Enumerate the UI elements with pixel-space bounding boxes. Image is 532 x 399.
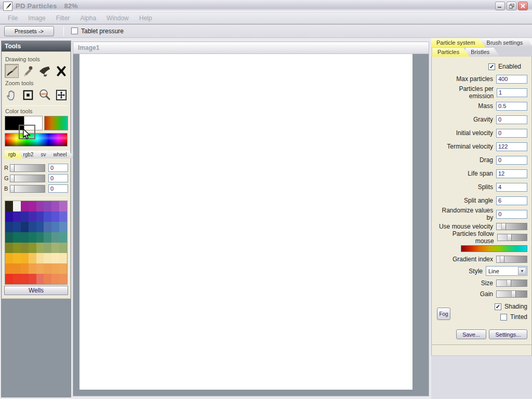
tinted-checkbox[interactable] xyxy=(500,314,507,321)
zoom-100-icon[interactable]: 100% xyxy=(38,88,52,102)
palette-swatch[interactable] xyxy=(5,201,13,211)
randomize-values-by-input[interactable]: 0 xyxy=(496,210,527,219)
palette-swatch[interactable] xyxy=(13,243,21,253)
tab-particles[interactable]: Particles xyxy=(432,48,470,57)
palette-swatch[interactable] xyxy=(36,243,44,253)
tab-brush-settings[interactable]: Brush settings xyxy=(482,38,532,47)
palette-swatch[interactable] xyxy=(59,232,67,243)
tab-bristles[interactable]: Bristles xyxy=(466,48,500,57)
image-window-title[interactable]: Image1 xyxy=(73,42,429,54)
r-slider-thumb[interactable] xyxy=(10,165,15,171)
palette-swatch[interactable] xyxy=(44,263,51,274)
eraser-icon[interactable] xyxy=(38,64,52,78)
b-slider[interactable] xyxy=(10,185,45,193)
palette-swatch[interactable] xyxy=(36,263,44,274)
enabled-checkbox[interactable]: ✓ xyxy=(488,63,495,70)
palette-swatch[interactable] xyxy=(36,253,44,263)
palette-swatch[interactable] xyxy=(59,274,67,284)
palette-swatch[interactable] xyxy=(36,201,44,211)
brush-icon[interactable] xyxy=(5,64,19,78)
palette-swatch[interactable] xyxy=(29,243,36,253)
palette-swatch[interactable] xyxy=(36,232,44,243)
palette-swatch[interactable] xyxy=(59,222,67,232)
palette-swatch[interactable] xyxy=(21,253,29,263)
palette-swatch[interactable] xyxy=(51,201,59,211)
pencil-icon[interactable] xyxy=(21,64,35,78)
menu-item-image[interactable]: Image xyxy=(23,13,50,23)
menu-item-file[interactable]: File xyxy=(3,13,22,23)
palette-swatch[interactable] xyxy=(44,222,51,232)
palette-swatch[interactable] xyxy=(29,253,36,263)
canvas-surface[interactable] xyxy=(79,54,413,390)
mass-input[interactable]: 0.5 xyxy=(496,102,527,111)
palette-swatch[interactable] xyxy=(21,201,29,211)
split-angle-input[interactable]: 6 xyxy=(496,196,527,205)
menu-item-window[interactable]: Window xyxy=(102,13,134,23)
life-span-input[interactable]: 12 xyxy=(496,169,527,178)
palette-swatch[interactable] xyxy=(59,201,67,211)
color-tab-rgb2[interactable]: rgb2 xyxy=(19,151,40,158)
palette-swatch[interactable] xyxy=(44,274,51,284)
palette-swatch[interactable] xyxy=(36,274,44,284)
palette-swatch[interactable] xyxy=(21,222,29,232)
palette-swatch[interactable] xyxy=(29,222,36,232)
palette-swatch[interactable] xyxy=(59,253,67,263)
palette-swatch[interactable] xyxy=(51,222,59,232)
chevron-down-icon[interactable]: ▼ xyxy=(518,267,526,275)
palette-swatch[interactable] xyxy=(51,211,59,222)
palette-swatch[interactable] xyxy=(36,211,44,222)
palette-swatch[interactable] xyxy=(29,263,36,274)
color-tab-wheel[interactable]: wheel xyxy=(49,151,73,158)
gain-slider[interactable] xyxy=(496,290,527,298)
delete-icon[interactable] xyxy=(54,64,68,78)
palette-swatch[interactable] xyxy=(51,253,59,263)
menu-item-filter[interactable]: Filter xyxy=(51,13,75,23)
splits-input[interactable]: 4 xyxy=(496,183,527,192)
particles-per-emission-input[interactable]: 1 xyxy=(497,88,527,97)
palette-swatch[interactable] xyxy=(51,274,59,284)
palette-swatch[interactable] xyxy=(29,232,36,243)
g-slider[interactable] xyxy=(10,175,45,182)
palette-swatch[interactable] xyxy=(51,232,59,243)
palette-swatch[interactable] xyxy=(59,263,67,274)
palette-swatch[interactable] xyxy=(5,232,13,243)
fit-view-icon[interactable] xyxy=(21,88,35,102)
palette-swatch[interactable] xyxy=(21,263,29,274)
palette-swatch[interactable] xyxy=(29,211,36,222)
palette-swatch[interactable] xyxy=(29,274,36,284)
close-button[interactable] xyxy=(518,2,528,10)
drag-input[interactable]: 0 xyxy=(496,156,527,165)
initial-velocity-input[interactable]: 0 xyxy=(496,129,527,138)
use-mouse-velocity-thumb[interactable] xyxy=(501,223,506,230)
palette-swatch[interactable] xyxy=(44,243,51,253)
r-value[interactable]: 0 xyxy=(48,164,68,172)
palette-swatch[interactable] xyxy=(29,201,36,211)
palette-swatch[interactable] xyxy=(13,232,21,243)
color-spectrum-picker[interactable] xyxy=(5,133,68,147)
palette-swatch[interactable] xyxy=(44,232,51,243)
minimize-button[interactable] xyxy=(495,2,505,10)
palette-swatch[interactable] xyxy=(44,201,51,211)
palette-swatch[interactable] xyxy=(13,222,21,232)
palette-swatch[interactable] xyxy=(44,211,51,222)
save-button[interactable]: Save... xyxy=(456,329,486,339)
particles-follow-mouse-slider[interactable] xyxy=(497,234,527,241)
palette-swatch[interactable] xyxy=(13,274,21,284)
particle-gradient-bar[interactable] xyxy=(461,245,527,252)
g-slider-thumb[interactable] xyxy=(10,175,15,182)
shading-checkbox[interactable]: ✓ xyxy=(495,303,501,310)
palette-swatch[interactable] xyxy=(5,253,13,263)
palette-swatch[interactable] xyxy=(5,211,13,222)
size-slider[interactable] xyxy=(496,280,527,287)
r-slider[interactable] xyxy=(10,164,45,172)
palette-swatch[interactable] xyxy=(5,243,13,253)
terminal-velocity-input[interactable]: 122 xyxy=(496,142,527,151)
settings-button[interactable]: Settings... xyxy=(489,329,527,339)
palette-swatch[interactable] xyxy=(5,274,13,284)
gradient-color-swatch[interactable] xyxy=(44,116,68,130)
hand-icon[interactable] xyxy=(5,88,19,102)
style-dropdown[interactable]: Line ▼ xyxy=(486,266,527,276)
menu-item-alpha[interactable]: Alpha xyxy=(75,13,101,23)
palette-swatch[interactable] xyxy=(51,243,59,253)
palette-swatch[interactable] xyxy=(21,243,29,253)
